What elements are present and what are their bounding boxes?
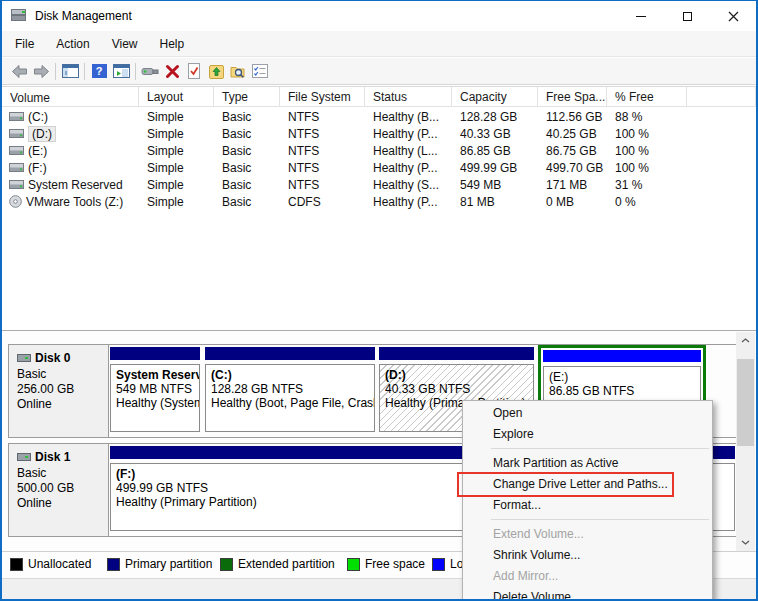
partition-c[interactable]: (C:) 128.28 GB NTFS Healthy (Boot, Page …: [205, 347, 375, 435]
toolbar: [2, 58, 756, 85]
logical-drive-bar: [543, 350, 701, 362]
volume-row-vmware-tools[interactable]: VMware Tools (Z:) Simple Basic CDFS Heal…: [2, 193, 756, 210]
back-button[interactable]: [8, 61, 30, 82]
help-icon: [92, 64, 107, 78]
partition-title: (C:): [211, 368, 374, 382]
action-pane-button[interactable]: [110, 61, 132, 82]
chevron-down-icon: [741, 540, 750, 545]
cell-capacity: 549 MB: [452, 178, 538, 192]
menu-item-explore[interactable]: Explore: [463, 424, 712, 445]
partition-status: Healthy (Boot, Page File, Crash Dump, Pr…: [211, 396, 374, 410]
cell-free: 0 MB: [538, 195, 607, 209]
cell-type: Basic: [214, 127, 280, 141]
cell-pct: 31 %: [607, 178, 687, 192]
cell-capacity: 40.33 GB: [452, 127, 538, 141]
menu-action[interactable]: Action: [47, 33, 98, 55]
volume-name: (D:): [28, 126, 56, 142]
cell-type: Basic: [214, 161, 280, 175]
disk0-info-panel[interactable]: Disk 0 Basic 256.00 GB Online: [9, 345, 109, 437]
volume-row-e[interactable]: (E:) Simple Basic NTFS Healthy (L... 86.…: [2, 142, 756, 159]
cell-fs: NTFS: [280, 161, 365, 175]
volume-name: VMware Tools (Z:): [26, 195, 123, 209]
cell-capacity: 86.85 GB: [452, 144, 538, 158]
menu-item-extend-volume: Extend Volume...: [463, 524, 712, 545]
scroll-down-button[interactable]: [736, 534, 755, 551]
menu-item-mark-partition-active[interactable]: Mark Partition as Active: [463, 453, 712, 474]
minimize-icon: [636, 16, 646, 17]
cell-fs: NTFS: [280, 127, 365, 141]
menu-help[interactable]: Help: [151, 33, 194, 55]
device-properties-button[interactable]: [139, 61, 161, 82]
menu-item-shrink-volume[interactable]: Shrink Volume...: [463, 545, 712, 566]
cell-type: Basic: [214, 195, 280, 209]
volume-row-d[interactable]: (D:) Simple Basic NTFS Healthy (P... 40.…: [2, 125, 756, 142]
disk-kind: Basic: [17, 466, 108, 481]
volume-name: (E:): [28, 144, 47, 158]
console-tree-button[interactable]: [59, 61, 81, 82]
check-page-button[interactable]: [183, 61, 205, 82]
col-pct-free[interactable]: % Free: [607, 87, 687, 106]
legend-label: Primary partition: [125, 557, 212, 571]
cell-status: Healthy (S...: [365, 178, 452, 192]
forward-icon: [33, 64, 50, 79]
help-button[interactable]: [88, 61, 110, 82]
toolbar-separator: [55, 63, 56, 80]
cell-free: 40.25 GB: [538, 127, 607, 141]
col-capacity[interactable]: Capacity: [452, 87, 538, 106]
primary-partition-bar: [110, 347, 200, 360]
cell-layout: Simple: [139, 195, 214, 209]
col-layout[interactable]: Layout: [139, 87, 214, 106]
cell-layout: Simple: [139, 161, 214, 175]
folder-search-button[interactable]: [227, 61, 249, 82]
menu-item-delete-volume[interactable]: Delete Volume...: [463, 587, 712, 601]
partition-size: 128.28 GB NTFS: [211, 382, 374, 396]
back-icon: [11, 64, 28, 79]
drive-icon: [9, 128, 24, 139]
vertical-scrollbar[interactable]: [736, 332, 755, 551]
folder-up-button[interactable]: [205, 61, 227, 82]
annotation-highlight-box: [457, 472, 674, 497]
legend-label: Free space: [365, 557, 425, 571]
cell-free: 112.56 GB: [538, 110, 607, 124]
titlebar: Disk Management: [2, 1, 756, 31]
forward-button[interactable]: [30, 61, 52, 82]
disk-icon: [17, 453, 31, 461]
delete-volume-button[interactable]: [161, 61, 183, 82]
cell-type: Basic: [214, 144, 280, 158]
col-volume[interactable]: Volume: [2, 87, 139, 106]
cell-status: Healthy (P...: [365, 195, 452, 209]
cell-layout: Simple: [139, 110, 214, 124]
volume-row-f[interactable]: (F:) Simple Basic NTFS Healthy (P... 499…: [2, 159, 756, 176]
cell-capacity: 128.28 GB: [452, 110, 538, 124]
col-type[interactable]: Type: [214, 87, 280, 106]
menu-file[interactable]: File: [6, 33, 43, 55]
partition-size: 549 MB NTFS: [116, 382, 199, 396]
volume-list-empty-area: [2, 210, 756, 329]
menu-view[interactable]: View: [103, 33, 147, 55]
chevron-up-icon: [741, 338, 750, 343]
minimize-button[interactable]: [618, 1, 664, 31]
scroll-up-button[interactable]: [736, 332, 755, 349]
menu-item-open[interactable]: Open: [463, 403, 712, 424]
close-button[interactable]: [710, 1, 756, 31]
primary-partition-bar: [205, 347, 375, 360]
cell-type: Basic: [214, 178, 280, 192]
check-page-icon: [187, 63, 201, 79]
partition-size: 86.85 GB NTFS: [549, 384, 700, 398]
partition-system-reserved[interactable]: System Reserved 549 MB NTFS Healthy (Sys…: [110, 347, 200, 435]
disk1-info-panel[interactable]: Disk 1 Basic 500.00 GB Online: [9, 444, 109, 536]
disk-icon: [17, 354, 31, 362]
checklist-button[interactable]: [249, 61, 271, 82]
disk-state: Online: [17, 397, 108, 412]
legend-label: Unallocated: [28, 557, 91, 571]
col-free-space[interactable]: Free Spa...: [538, 87, 607, 106]
col-file-system[interactable]: File System: [280, 87, 365, 106]
volume-row-system-reserved[interactable]: System Reserved Simple Basic NTFS Health…: [2, 176, 756, 193]
volume-row-c[interactable]: (C:) Simple Basic NTFS Healthy (B... 128…: [2, 108, 756, 125]
maximize-button[interactable]: [664, 1, 710, 31]
col-status[interactable]: Status: [365, 87, 452, 106]
menu-item-format[interactable]: Format...: [463, 495, 712, 516]
scrollbar-thumb[interactable]: [737, 359, 754, 446]
cell-status: Healthy (B...: [365, 110, 452, 124]
disk-management-app-icon: [11, 9, 28, 24]
